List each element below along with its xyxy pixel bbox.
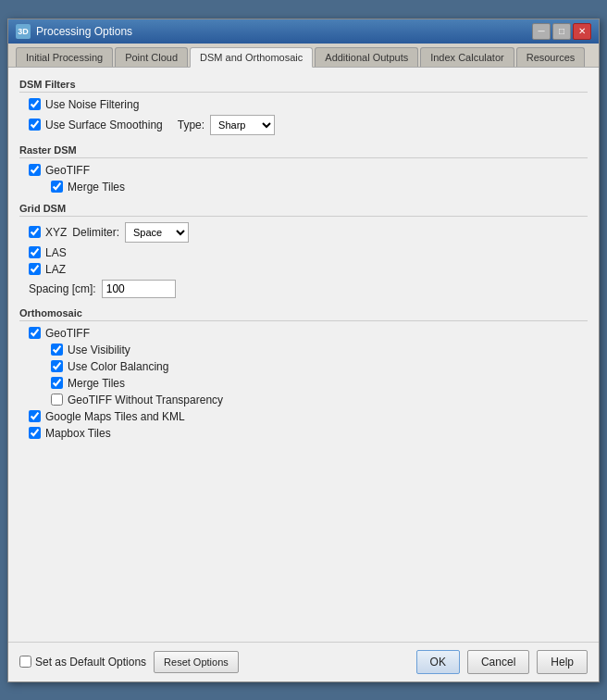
grid-dsm-content: XYZ Delimiter: Space Comma Tab LAS [19,222,588,298]
type-label: Type: [178,119,204,131]
noise-filtering-text: Use Noise Filtering [45,98,139,111]
use-visibility-label[interactable]: Use Visibility [51,344,130,356]
title-controls: ─ □ ✕ [532,23,591,40]
close-button[interactable]: ✕ [573,23,591,40]
raster-dsm-section: Raster DSM GeoTIFF Merge Tiles [19,144,588,194]
surface-smoothing-checkbox[interactable] [29,119,41,131]
laz-label[interactable]: LAZ [29,263,66,276]
use-color-balancing-checkbox[interactable] [51,360,63,372]
google-maps-text: Google Maps Tiles and KML [45,410,185,423]
geotiff-no-transparency-text: GeoTIFF Without Transparency [68,394,223,406]
xyz-label[interactable]: XYZ [29,226,67,239]
dsm-filters-header: DSM Filters [19,79,588,93]
las-text: LAS [45,246,67,259]
bottom-left: Set as Default Options Reset Options [19,651,239,673]
surface-smoothing-label[interactable]: Use Surface Smoothing [29,119,163,131]
type-select[interactable]: Sharp Smooth Medium [210,115,275,135]
laz-text: LAZ [45,263,66,276]
help-button[interactable]: Help [537,650,588,674]
tab-resources[interactable]: Resources [516,47,586,67]
cancel-button[interactable]: Cancel [467,650,529,674]
geotiff-no-transparency-row: GeoTIFF Without Transparency [29,394,588,406]
use-color-balancing-text: Use Color Balancing [68,360,168,373]
spacing-label: Spacing [cm]: [29,282,96,295]
google-maps-checkbox[interactable] [29,410,41,422]
mapbox-tiles-text: Mapbox Tiles [45,427,111,440]
grid-dsm-header: Grid DSM [19,203,588,217]
ortho-geotiff-text: GeoTIFF [45,327,90,340]
orthomosaic-section: Orthomosaic GeoTIFF Use Visibility [19,307,588,440]
orthomosaic-header: Orthomosaic [19,307,588,321]
ortho-geotiff-label[interactable]: GeoTIFF [29,327,90,340]
geotiff-no-transparency-checkbox[interactable] [51,394,63,406]
dsm-filters-content: Use Noise Filtering Use Surface Smoothin… [19,98,588,135]
laz-row: LAZ [29,263,588,276]
use-visibility-row: Use Visibility [29,344,588,356]
tab-dsm-orthomosaic[interactable]: DSM and Orthomosaic [190,47,313,68]
xyz-row: XYZ Delimiter: Space Comma Tab [29,222,588,243]
xyz-checkbox[interactable] [29,226,41,238]
app-icon: 3D [16,24,31,39]
ok-button[interactable]: OK [416,650,460,674]
main-window: 3D Processing Options ─ □ ✕ Initial Proc… [7,19,600,682]
content-area: DSM Filters Use Noise Filtering Use Surf… [8,68,599,642]
raster-geotiff-row: GeoTIFF [29,164,588,177]
ortho-merge-tiles-checkbox[interactable] [51,377,63,389]
surface-smoothing-row: Use Surface Smoothing Type: Sharp Smooth… [29,115,588,135]
raster-geotiff-checkbox[interactable] [29,164,41,176]
delimiter-select[interactable]: Space Comma Tab [125,222,189,243]
ortho-geotiff-row: GeoTIFF [29,327,588,340]
tab-point-cloud[interactable]: Point Cloud [115,47,188,67]
use-color-balancing-label[interactable]: Use Color Balancing [51,360,168,373]
title-bar-left: 3D Processing Options [16,24,132,39]
set-default-text: Set as Default Options [35,656,146,669]
tab-initial-processing[interactable]: Initial Processing [16,47,113,67]
spacing-row: Spacing [cm]: [29,280,588,298]
mapbox-tiles-label[interactable]: Mapbox Tiles [29,427,111,440]
ortho-merge-tiles-label[interactable]: Merge Tiles [51,377,125,390]
tab-bar: Initial Processing Point Cloud DSM and O… [8,44,599,68]
las-row: LAS [29,246,588,259]
las-checkbox[interactable] [29,246,41,258]
las-label[interactable]: LAS [29,246,67,259]
raster-merge-tiles-text: Merge Tiles [68,181,125,194]
google-maps-label[interactable]: Google Maps Tiles and KML [29,410,185,423]
maximize-button[interactable]: □ [552,23,571,40]
minimize-button[interactable]: ─ [532,23,551,40]
raster-geotiff-text: GeoTIFF [45,164,90,177]
reset-button[interactable]: Reset Options [154,651,239,673]
bottom-right: OK Cancel Help [416,650,588,674]
set-default-checkbox[interactable] [19,656,31,668]
raster-dsm-content: GeoTIFF Merge Tiles [19,164,588,194]
dsm-filters-section: DSM Filters Use Noise Filtering Use Surf… [19,79,588,135]
title-bar: 3D Processing Options ─ □ ✕ [8,19,599,44]
mapbox-tiles-row: Mapbox Tiles [29,427,588,440]
orthomosaic-content: GeoTIFF Use Visibility Use Color Balanci… [19,327,588,440]
raster-merge-tiles-label[interactable]: Merge Tiles [51,181,125,194]
noise-filtering-row: Use Noise Filtering [29,98,588,111]
noise-filtering-checkbox[interactable] [29,98,41,110]
window-title: Processing Options [36,25,132,38]
ortho-merge-tiles-text: Merge Tiles [68,377,125,390]
use-visibility-checkbox[interactable] [51,344,63,356]
surface-smoothing-text: Use Surface Smoothing [45,119,163,131]
raster-geotiff-label[interactable]: GeoTIFF [29,164,90,177]
bottom-bar: Set as Default Options Reset Options OK … [8,642,599,681]
geotiff-no-transparency-label[interactable]: GeoTIFF Without Transparency [51,394,223,406]
spacing-input[interactable] [102,280,176,298]
grid-dsm-section: Grid DSM XYZ Delimiter: Space Comma Tab [19,203,588,298]
use-visibility-text: Use Visibility [68,344,130,356]
noise-filtering-label[interactable]: Use Noise Filtering [29,98,139,111]
ortho-geotiff-checkbox[interactable] [29,327,41,339]
mapbox-tiles-checkbox[interactable] [29,427,41,439]
raster-merge-tiles-checkbox[interactable] [51,181,63,193]
laz-checkbox[interactable] [29,263,41,275]
set-default-label[interactable]: Set as Default Options [19,656,146,669]
tab-additional-outputs[interactable]: Additional Outputs [315,47,418,67]
xyz-text: XYZ [45,226,67,239]
tab-index-calculator[interactable]: Index Calculator [420,47,514,67]
delimiter-label: Delimiter: [72,226,119,239]
use-color-balancing-row: Use Color Balancing [29,360,588,373]
google-maps-row: Google Maps Tiles and KML [29,410,588,423]
ortho-merge-tiles-row: Merge Tiles [29,377,588,390]
